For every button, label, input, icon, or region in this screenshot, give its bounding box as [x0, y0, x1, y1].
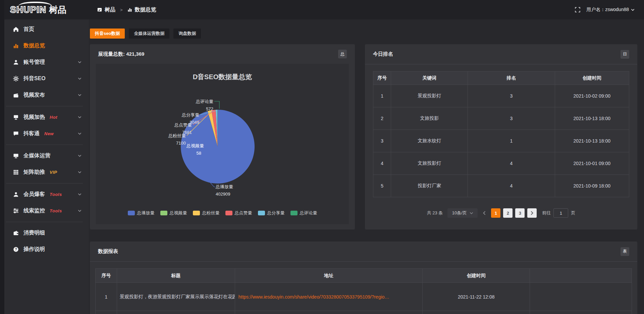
rank-col-序号: 序号: [373, 71, 391, 85]
sidebar-item-数据总览[interactable]: 数据总览: [0, 38, 89, 54]
chevron-down-icon: [470, 211, 473, 215]
pie-label-name: 总评论量: [196, 99, 213, 104]
sidebar-item-label: 账号管理: [23, 59, 45, 66]
rank-row: 2文旅投影32021-10-13 18:00: [373, 107, 629, 130]
chevron-down-icon: [78, 170, 82, 174]
rank-table: 序号关键词排名创建时间1景观投影灯32021-10-02 09:002文旅投影3…: [373, 71, 629, 197]
prev-page-button[interactable]: [480, 208, 488, 218]
bar-chart-icon: [13, 43, 19, 49]
fullscreen-icon[interactable]: [575, 7, 580, 12]
sidebar-item-消费明细[interactable]: 消费明细: [0, 225, 89, 241]
sidebar: 首页数据总览账号管理抖音SEO视频发布视频加热Hot抖客通New全媒体运营矩阵助…: [0, 19, 89, 314]
sidebar-item-抖音SEO[interactable]: 抖音SEO: [0, 70, 89, 87]
sidebar-item-label: 全媒体运营: [23, 152, 50, 159]
rank-cell: 1: [373, 85, 391, 107]
sidebar-item-会员爆客[interactable]: 会员爆客Tools: [0, 186, 89, 203]
report-cell-title: 景观投影灯，夜游景观投影灯厂家展示展示落花灯在花园里的灯光投影应用效果 #: [117, 283, 235, 311]
topbar: 树品 > 数据总览 用户名：zswodun88: [89, 0, 644, 19]
pie-label-name: 总分享量: [181, 112, 199, 117]
sidebar-item-视频发布[interactable]: 视频发布: [0, 87, 89, 103]
page-size-select[interactable]: 10条/页: [447, 208, 478, 218]
page-button-1[interactable]: 1: [491, 208, 500, 218]
next-page-button[interactable]: [527, 208, 537, 218]
tab-抖音seo数据[interactable]: 抖音seo数据: [90, 29, 125, 39]
sidebar-item-抖客通[interactable]: 抖客通New: [0, 125, 89, 142]
legend-item-总分享量[interactable]: 总分享量: [258, 210, 285, 216]
report-cell-empty: [235, 311, 423, 314]
rank-cell: 2021-10-09 18:00: [555, 175, 629, 197]
breadcrumb-item-current[interactable]: 数据总览: [135, 6, 156, 13]
rank-cell: 1: [468, 130, 555, 152]
chevron-down-icon: [78, 115, 82, 119]
legend-label: 总视频量: [170, 210, 187, 216]
legend-label: 总分享量: [267, 210, 285, 216]
sidebar-item-label: 视频加热: [23, 114, 45, 121]
chevron-down-icon: [78, 193, 82, 196]
svg-text:?: ?: [15, 248, 17, 251]
report-cell-extra: [530, 283, 632, 311]
logo-text-en: SHUPIN: [10, 5, 46, 15]
user-menu[interactable]: 用户名：zswodun88: [586, 7, 635, 13]
sidebar-divider: [6, 145, 83, 145]
legend-item-总评论量[interactable]: 总评论量: [290, 210, 317, 216]
rank-row: 5投影灯厂家42021-10-09 18:00: [373, 175, 629, 197]
wallet-icon: [13, 230, 19, 236]
sidebar-item-label: 视频发布: [23, 92, 45, 99]
gear-icon: [13, 76, 19, 82]
username-label: 用户名：zswodun88: [586, 7, 629, 13]
seo-pie-chart[interactable]: D音SEO数据量总览总播放量402909总视频量58总粉丝量7100总点赞量76…: [96, 64, 349, 224]
home-icon: [13, 27, 19, 33]
report-panel: 数据报表 表 序号标题地址创建时间1景观投影灯，夜游景观投影灯厂家展示展示落花灯…: [90, 242, 637, 314]
sidebar-item-badge: Hot: [50, 115, 57, 120]
tab-全媒体运营数据[interactable]: 全媒体运营数据: [129, 29, 169, 39]
sidebar-item-矩阵助推[interactable]: 矩阵助推VIP: [0, 164, 89, 180]
legend-swatch: [160, 211, 167, 215]
goto-label: 前往: [542, 210, 551, 216]
label-line-总评论量: [214, 101, 219, 109]
sidebar-item-首页[interactable]: 首页: [0, 21, 89, 38]
rank-cell: 景观投影灯: [391, 85, 468, 107]
tab-询盘数据[interactable]: 询盘数据: [173, 29, 201, 39]
rank-cell: 3: [468, 85, 555, 107]
sidebar-item-账号管理[interactable]: 账号管理: [0, 54, 89, 70]
pagination: 共 23 条10条/页123前往1页: [365, 208, 637, 218]
breadcrumb-item-home[interactable]: 树品: [105, 6, 115, 13]
legend-label: 总播放量: [137, 210, 155, 216]
sidebar-item-视频加热[interactable]: 视频加热Hot: [0, 109, 89, 125]
rank-col-关键词: 关键词: [391, 71, 468, 85]
publish-icon: [13, 92, 19, 98]
pie-label-name: 总点赞量: [174, 122, 192, 127]
report-table-button[interactable]: 表: [621, 247, 629, 256]
rank-cell: 3: [468, 107, 555, 130]
sidebar-rail: [0, 0, 4, 314]
report-col-地址: 地址: [235, 269, 423, 283]
pie-label-name: 总视频量: [186, 143, 204, 148]
sidebar-item-label: 矩阵助推: [23, 169, 45, 176]
screen-icon: [13, 114, 19, 120]
legend-item-总点赞量[interactable]: 总点赞量: [225, 210, 252, 216]
report-col-创建时间: 创建时间: [423, 269, 530, 283]
rank-row: 1景观投影灯32021-10-02 09:00: [373, 85, 629, 107]
sidebar-menu: 首页数据总览账号管理抖音SEO视频发布视频加热Hot抖客通New全媒体运营矩阵助…: [0, 19, 89, 258]
video-link[interactable]: https://www.iesdouyin.com/share/video/70…: [238, 294, 389, 300]
rank-cell: 4: [373, 152, 391, 175]
page-button-2[interactable]: 2: [503, 208, 513, 218]
overview-total-button[interactable]: 总: [338, 50, 347, 58]
logo-arc: [18, 2, 52, 6]
rank-cell: 4: [468, 175, 555, 197]
sidebar-item-label: 操作说明: [23, 246, 45, 253]
legend-item-总粉丝量[interactable]: 总粉丝量: [193, 210, 220, 216]
goto-page-input[interactable]: 1: [553, 208, 568, 218]
sidebar-item-操作说明[interactable]: ?操作说明: [0, 241, 89, 258]
edit-square-icon: [97, 7, 102, 12]
rank-row: 4文旅投影灯42021-10-01 09:00: [373, 152, 629, 175]
chevron-down-icon: [78, 154, 82, 158]
rank-day-button[interactable]: 日: [621, 50, 629, 59]
sidebar-item-线索监控[interactable]: 线索监控Tools: [0, 203, 89, 219]
overview-panel: 展现量总数: 421,369 总 D音SEO数据量总览总播放量402909总视频…: [90, 44, 355, 229]
rank-table-wrap: 序号关键词排名创建时间1景观投影灯32021-10-02 09:002文旅投影3…: [373, 71, 629, 197]
legend-item-总视频量[interactable]: 总视频量: [160, 210, 187, 216]
legend-item-总播放量[interactable]: 总播放量: [128, 210, 155, 216]
sidebar-item-全媒体运营[interactable]: 全媒体运营: [0, 148, 89, 164]
page-button-3[interactable]: 3: [515, 208, 525, 218]
